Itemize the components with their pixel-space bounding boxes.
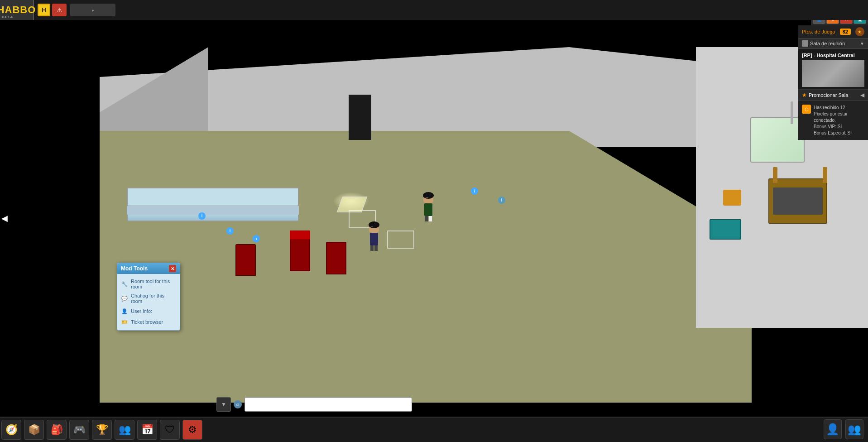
- userinfo-icon: 👤: [121, 307, 128, 315]
- notification-box: ⬡ Has recibido 12 Píxeles por estar cone…: [798, 101, 868, 140]
- mod-tool-ticket-label: Ticket browser: [131, 319, 163, 325]
- info-bubble-5[interactable]: i: [498, 197, 505, 204]
- mod-tool-ticket[interactable]: 🎫 Ticket browser: [119, 317, 178, 327]
- chat-area: ▼ ☺: [213, 394, 859, 415]
- chatlog-icon: 💬: [121, 295, 128, 302]
- mod-tool-chatlog-label: Chatlog for this room: [131, 293, 176, 304]
- bottom-right-btns: 👤 👥: [824, 419, 863, 439]
- counter-furniture-2: [127, 206, 299, 215]
- throne-chair-3: [326, 242, 346, 274]
- logo-text: HABBO: [0, 4, 36, 16]
- catalog-btn[interactable]: 📦: [24, 420, 44, 440]
- mod-tools-title: Mod Tools: [121, 265, 148, 272]
- throne-chair-4: [290, 231, 310, 240]
- medical-bed: [750, 117, 805, 163]
- mod-btn[interactable]: 🛡: [160, 420, 180, 440]
- chat-input[interactable]: [245, 397, 412, 412]
- avatar-1[interactable]: [367, 224, 381, 253]
- mod-tool-chatlog[interactable]: 💬 Chatlog for this room: [119, 291, 178, 306]
- nav-left-btn[interactable]: ◀: [0, 205, 9, 232]
- game-area[interactable]: i i i i i: [0, 20, 868, 417]
- notif-line1: Has recibido 12: [814, 105, 852, 111]
- pts-label: Ptos. de Juego: [802, 29, 835, 34]
- avatar-2[interactable]: [421, 194, 436, 223]
- pts-icon: ★: [855, 27, 864, 36]
- promo-label: Promocionar Sala: [809, 92, 860, 98]
- alert-icon[interactable]: ⚠: [52, 4, 67, 16]
- habbo-square-btn[interactable]: H: [38, 4, 50, 16]
- pts-juego-section: Ptos. de Juego 82 ★: [798, 25, 868, 38]
- counter-furniture: [127, 187, 299, 221]
- ticket-icon: 🎫: [121, 318, 128, 326]
- room-preview: [RP] - Hospital Central: [798, 49, 868, 90]
- chat-mode-icon: ▼: [221, 401, 226, 408]
- avatar-profile-btn[interactable]: 👤: [824, 419, 842, 439]
- mod-tool-room[interactable]: 🔧 Room tool for this room: [119, 277, 178, 291]
- games-btn[interactable]: 🎮: [69, 420, 89, 440]
- wooden-bed-post2: [823, 167, 827, 183]
- info-bubble-4[interactable]: i: [471, 187, 478, 195]
- notif-line3: conectado.: [814, 117, 852, 124]
- info-bubble-2[interactable]: i: [226, 227, 234, 235]
- floor: [100, 131, 752, 403]
- mod-tools-header: Mod Tools ✕: [117, 263, 180, 274]
- notif-icon: ⬡: [802, 105, 811, 114]
- chat-emoji-btn[interactable]: ☺: [234, 400, 242, 408]
- achievements-btn[interactable]: 🏆: [92, 420, 112, 440]
- medical-bed-pole: [791, 101, 793, 124]
- tv-box: [710, 219, 741, 240]
- mod-tools-panel: Mod Tools ✕ 🔧 Room tool for this room 💬 …: [117, 263, 180, 331]
- friends-btn[interactable]: 👥: [115, 420, 134, 440]
- inventory-btn[interactable]: 🎒: [47, 420, 67, 440]
- mod-tools-body: 🔧 Room tool for this room 💬 Chatlog for …: [117, 274, 180, 330]
- player-select-2: [387, 231, 414, 249]
- room-dropdown-arrow: ▼: [860, 41, 864, 46]
- events-btn[interactable]: 📅: [137, 420, 157, 440]
- throne-chair-2: [290, 237, 310, 271]
- avatar-friends-btn[interactable]: 👥: [845, 419, 863, 439]
- promo-icon: ★: [802, 92, 807, 98]
- navigator-btn[interactable]: 🧭: [1, 420, 21, 440]
- notif-line2: Píxeles por estar: [814, 111, 852, 117]
- room-scene[interactable]: i i i i i: [0, 20, 868, 417]
- beta-label: BETA: [2, 15, 13, 19]
- bottombar: 🧭 📦 🎒 🎮 🏆 👥 📅 🛡 ⚙ ▼ ☺ 👤 👥: [0, 417, 868, 442]
- toolbar: H ⚠ ▸: [34, 4, 115, 16]
- mod-tool-room-label: Room tool for this room: [131, 279, 176, 289]
- door: [349, 95, 371, 140]
- mod-tool-userinfo-label: User info:: [131, 308, 152, 314]
- notif-line5: Bonus Especial: Sí: [814, 130, 852, 136]
- room-selector[interactable]: Sala de reunión ▼: [798, 38, 868, 49]
- throne-chair-1: [235, 244, 256, 276]
- habbo-logo[interactable]: HABBO BETA: [0, 0, 34, 20]
- room-small-icon: [802, 40, 808, 47]
- room-selector-label: Sala de reunión: [810, 41, 860, 46]
- settings-btn[interactable]: ⚙: [182, 420, 202, 440]
- promo-arrow: ◀: [860, 92, 864, 98]
- notif-text: Has recibido 12 Píxeles por estar conect…: [814, 105, 852, 136]
- room-name: [RP] - Hospital Central: [802, 53, 864, 58]
- notif-line4: Bonus VIP: Sí: [814, 124, 852, 130]
- mod-tools-close-btn[interactable]: ✕: [169, 265, 176, 272]
- room-tool-icon: 🔧: [121, 280, 128, 288]
- mod-tool-userinfo[interactable]: 👤 User info:: [119, 306, 178, 317]
- promocionar-sala-btn[interactable]: ★ Promocionar Sala ◀: [798, 90, 868, 101]
- room-preview-floor: [802, 60, 864, 87]
- stool: [723, 190, 741, 206]
- nav-breadcrumb: ▸: [92, 8, 94, 13]
- info-bubble-3[interactable]: i: [253, 235, 260, 242]
- topbar: HABBO BETA H ⚠ ▸: [0, 0, 868, 20]
- wooden-bed-post1: [773, 167, 777, 183]
- wooden-bed-blanket: [773, 187, 823, 215]
- pts-value: 82: [840, 29, 851, 35]
- chat-mode-btn[interactable]: ▼: [216, 397, 231, 412]
- info-bubble-1[interactable]: i: [198, 212, 206, 220]
- right-panel: Ptos. de Juego 82 ★ Sala de reunión ▼ [R…: [798, 25, 868, 140]
